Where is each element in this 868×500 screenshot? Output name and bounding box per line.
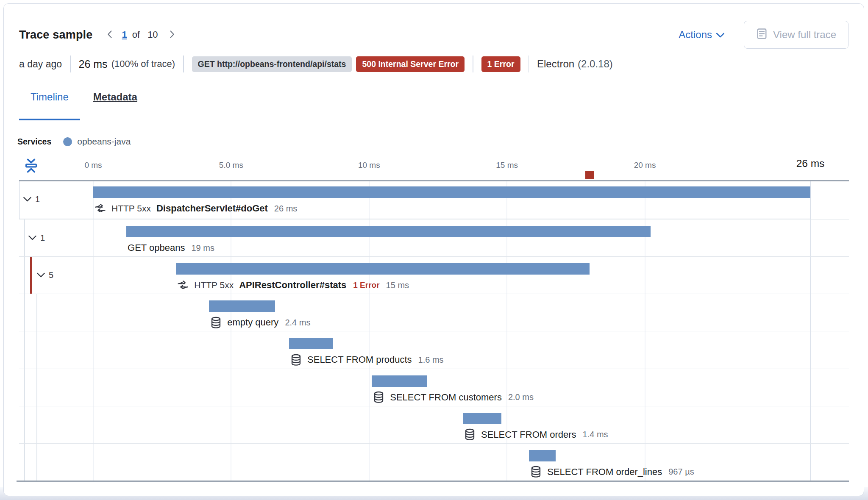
axis-tick-label: 15 ms <box>496 161 518 170</box>
trace-summary-row: a day ago 26 ms (100% of trace) GET http… <box>19 54 613 74</box>
waterfall-row: 1HTTP 5xxDispatcherServlet#doGet26 ms <box>19 180 849 219</box>
label-prefix: HTTP 5xx <box>111 203 151 214</box>
transaction-bar[interactable] <box>93 186 810 198</box>
span-label[interactable]: SELECT FROM order_lines967 µs <box>530 465 694 479</box>
span-bar[interactable] <box>209 300 275 312</box>
waterfall-row: SELECT FROM products1.6 ms <box>19 331 849 368</box>
item-name: SELECT FROM orders <box>481 429 576 440</box>
span-bar[interactable] <box>289 338 333 349</box>
waterfall-row: SELECT FROM orders1.4 ms <box>19 406 849 443</box>
services-legend-title: Services <box>17 137 51 147</box>
chevron-down-icon <box>37 272 45 278</box>
next-sample-button[interactable] <box>166 27 178 43</box>
tab-timeline[interactable]: Timeline <box>19 87 80 119</box>
axis-tick-label: 10 ms <box>358 161 380 170</box>
tab-bar: Timeline Metadata <box>19 87 849 115</box>
header-right: Actions View full trace <box>679 21 849 49</box>
child-count: 1 <box>35 194 40 204</box>
trace-duration-percent: (100% of trace) <box>111 58 175 69</box>
item-duration: 15 ms <box>386 281 409 290</box>
database-icon <box>530 466 542 478</box>
merge-icon <box>177 280 189 291</box>
transaction-label[interactable]: HTTP 5xxDispatcherServlet#doGet26 ms <box>95 201 297 216</box>
child-count: 5 <box>49 270 53 280</box>
item-duration: 2.0 ms <box>508 392 534 402</box>
waterfall-row: empty query2.4 ms <box>19 294 849 331</box>
pager-total: 10 <box>147 29 158 40</box>
waterfall-row: SELECT FROM order_lines967 µs <box>19 443 849 481</box>
fold-icon[interactable] <box>24 158 38 175</box>
accordion-toggle[interactable]: 1 <box>28 232 46 244</box>
divider <box>183 56 184 72</box>
view-full-trace-label: View full trace <box>773 29 836 41</box>
item-duration: 19 ms <box>191 243 214 253</box>
transaction-label[interactable]: HTTP 5xxAPIRestController#stats1 Error15… <box>177 278 409 292</box>
chevron-right-icon <box>167 29 176 41</box>
prev-sample-button[interactable] <box>104 27 116 43</box>
header-left: Trace sample 1 of 10 <box>19 27 178 43</box>
span-label[interactable]: GET opbeans19 ms <box>128 241 214 255</box>
item-name: SELECT FROM customers <box>390 392 502 403</box>
accordion-toggle[interactable]: 5 <box>36 269 54 281</box>
label-prefix: HTTP 5xx <box>194 280 234 290</box>
waterfall-top-border <box>19 180 849 181</box>
error-count-badge[interactable]: 1 Error <box>481 56 520 72</box>
chevron-left-icon <box>106 29 114 41</box>
item-name: APIRestController#stats <box>239 280 346 291</box>
item-duration: 2.4 ms <box>285 318 310 328</box>
divider <box>529 56 529 72</box>
chevron-down-icon <box>28 235 36 241</box>
span-bar[interactable] <box>463 413 501 424</box>
timeline-waterfall-chart: 1HTTP 5xxDispatcherServlet#doGet26 ms1GE… <box>19 153 852 492</box>
item-duration: 967 µs <box>668 467 694 477</box>
agent-version: (2.0.18) <box>578 58 613 70</box>
merge-icon <box>95 203 106 214</box>
divider <box>70 56 71 72</box>
view-full-trace-button[interactable]: View full trace <box>744 21 849 49</box>
http-method-url-badge: GET http://opbeans-frontend/api/stats <box>192 56 352 72</box>
chevron-down-icon <box>716 29 724 41</box>
pager-current-page[interactable]: 1 <box>122 29 127 40</box>
page-title: Trace sample <box>19 28 93 42</box>
item-name: SELECT FROM products <box>307 354 412 365</box>
agent-name: Electron <box>537 58 574 70</box>
span-bar[interactable] <box>126 226 650 237</box>
panel-header: Trace sample 1 of 10 Actions <box>19 17 849 53</box>
services-legend: Services opbeans-java <box>17 135 131 148</box>
item-name: SELECT FROM order_lines <box>547 467 662 478</box>
error-marker[interactable] <box>585 171 594 179</box>
waterfall-bottom-border <box>17 481 849 482</box>
span-label[interactable]: empty query2.4 ms <box>210 315 310 330</box>
transaction-bar[interactable] <box>176 263 590 275</box>
span-bar[interactable] <box>372 375 427 387</box>
item-error-count: 1 Error <box>353 281 379 290</box>
accordion-toggle[interactable]: 1 <box>22 194 41 205</box>
pager-of-label: of <box>132 29 140 40</box>
service-name: opbeans-java <box>77 136 131 147</box>
waterfall: 1HTTP 5xxDispatcherServlet#doGet26 ms1GE… <box>19 180 849 482</box>
database-icon <box>373 391 384 403</box>
axis-tick-label: 0 ms <box>84 161 102 170</box>
tab-metadata[interactable]: Metadata <box>82 87 149 119</box>
item-duration: 26 ms <box>274 204 297 214</box>
http-status-badge: 500 Internal Server Error <box>356 56 465 72</box>
database-icon <box>210 317 222 329</box>
actions-menu-button[interactable]: Actions <box>679 29 724 41</box>
item-duration: 1.6 ms <box>418 355 444 365</box>
service-legend-dot <box>63 137 72 146</box>
axis-tick-label: 26 ms <box>796 158 825 169</box>
document-icon <box>756 28 768 42</box>
waterfall-row: 5HTTP 5xxAPIRestController#stats1 Error1… <box>19 256 849 294</box>
span-label[interactable]: SELECT FROM customers2.0 ms <box>373 390 534 405</box>
span-bar[interactable] <box>529 450 556 461</box>
waterfall-row: SELECT FROM customers2.0 ms <box>19 369 849 406</box>
span-label[interactable]: SELECT FROM products1.6 ms <box>290 353 444 367</box>
error-accent-bar <box>30 257 32 294</box>
divider <box>473 56 473 72</box>
item-name: GET opbeans <box>128 242 185 253</box>
span-label[interactable]: SELECT FROM orders1.4 ms <box>464 428 608 442</box>
trace-duration: 26 ms <box>79 58 108 70</box>
actions-label: Actions <box>679 29 712 41</box>
trace-sample-panel: Trace sample 1 of 10 Actions <box>3 3 864 496</box>
database-icon <box>290 354 302 366</box>
